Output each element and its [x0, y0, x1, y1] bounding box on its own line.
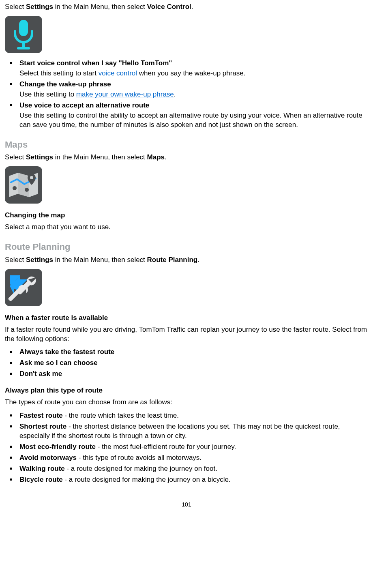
type-name: Fastest route	[19, 412, 63, 419]
route-intro: Select Settings in the Main Menu, then s…	[5, 255, 368, 265]
route-types: Fastest route - the route which takes th…	[5, 411, 368, 485]
text: in the Main Menu, then select	[53, 153, 147, 161]
route-planning-icon	[5, 269, 42, 306]
maps-heading: Maps	[5, 139, 368, 151]
option-title: Start voice control when I say "Hello To…	[19, 59, 172, 67]
svg-point-6	[25, 188, 29, 192]
option-label: Don't ask me	[19, 370, 62, 378]
type-desc: - this type of route avoids all motorway…	[77, 454, 202, 461]
list-item: Ask me so I can choose	[19, 358, 368, 368]
option-body: Select this setting to start voice contr…	[19, 69, 368, 78]
text: when you say the wake-up phrase.	[137, 69, 245, 77]
text: Select	[5, 256, 26, 264]
type-desc: - a route designed for making the journe…	[63, 476, 231, 483]
svg-point-7	[30, 176, 33, 179]
arrow-wrench-icon	[6, 270, 41, 305]
option-body: Use this setting to control the ability …	[19, 111, 368, 130]
faster-route-options: Always take the fastest route Ask me so …	[5, 348, 368, 379]
type-desc: - the route which takes the least time.	[63, 412, 179, 419]
text: Use this setting to	[19, 90, 76, 98]
voice-control-options: Start voice control when I say "Hello To…	[5, 59, 368, 130]
maps-icon	[5, 166, 42, 204]
maps-label: Maps	[147, 153, 165, 161]
folded-map-icon	[6, 170, 41, 200]
text: .	[165, 153, 167, 161]
svg-rect-0	[19, 20, 28, 36]
route-type-body: The types of route you can choose from a…	[5, 398, 368, 407]
wakeup-phrase-link[interactable]: make your own wake-up phrase	[76, 90, 174, 98]
text: Select	[5, 153, 26, 161]
option-body: Use this setting to make your own wake-u…	[19, 90, 368, 99]
list-item: Don't ask me	[19, 369, 368, 379]
voice-control-icon	[5, 16, 42, 53]
type-name: Avoid motorways	[19, 454, 77, 461]
type-name: Bicycle route	[19, 476, 63, 483]
text: .	[197, 256, 199, 264]
svg-marker-4	[18, 173, 29, 197]
text: .	[174, 90, 176, 98]
option-label: Always take the fastest route	[19, 348, 114, 356]
text: Select this setting to start	[19, 69, 99, 77]
type-name: Shortest route	[19, 423, 66, 430]
faster-route-body: If a faster route found while you are dr…	[5, 325, 368, 344]
type-name: Walking route	[19, 465, 65, 472]
list-item: Bicycle route - a route designed for mak…	[19, 475, 368, 485]
voice-control-label: Voice Control	[147, 3, 191, 11]
settings-label: Settings	[26, 153, 53, 161]
list-item: Use voice to accept an alternative route…	[19, 101, 368, 130]
voice-control-intro: Select Settings in the Main Menu, then s…	[5, 2, 368, 12]
option-title: Change the wake-up phrase	[19, 80, 111, 88]
type-desc: - a route designed for making the journe…	[65, 465, 217, 472]
settings-label: Settings	[26, 3, 53, 11]
option-label: Ask me so I can choose	[19, 359, 98, 367]
list-item: Walking route - a route designed for mak…	[19, 464, 368, 474]
list-item: Shortest route - the shortest distance b…	[19, 422, 368, 441]
changing-map-subheading: Changing the map	[5, 211, 368, 220]
list-item: Always take the fastest route	[19, 348, 368, 357]
list-item: Fastest route - the route which takes th…	[19, 411, 368, 421]
svg-point-5	[13, 186, 17, 190]
changing-map-body: Select a map that you want to use.	[5, 223, 368, 232]
route-planning-label: Route Planning	[147, 256, 198, 264]
text: .	[191, 3, 193, 11]
type-desc: - the most fuel-efficient route for your…	[96, 443, 236, 451]
text: in the Main Menu, then select	[53, 256, 147, 264]
maps-intro: Select Settings in the Main Menu, then s…	[5, 153, 368, 162]
route-planning-heading: Route Planning	[5, 241, 368, 253]
list-item: Change the wake-up phrase Use this setti…	[19, 80, 368, 99]
faster-route-subheading: When a faster route is available	[5, 313, 368, 323]
type-name: Most eco-friendly route	[19, 443, 96, 451]
settings-label: Settings	[26, 256, 53, 264]
text: in the Main Menu, then select	[53, 3, 147, 11]
microphone-icon	[9, 19, 38, 50]
type-desc: - the shortest distance between the loca…	[19, 423, 340, 440]
voice-control-link[interactable]: voice control	[99, 69, 137, 77]
list-item: Avoid motorways - this type of route avo…	[19, 453, 368, 463]
text: Select	[5, 3, 26, 11]
list-item: Most eco-friendly route - the most fuel-…	[19, 442, 368, 452]
page-number: 101	[5, 501, 368, 509]
list-item: Start voice control when I say "Hello To…	[19, 59, 368, 78]
route-type-subheading: Always plan this type of route	[5, 386, 368, 395]
option-title: Use voice to accept an alternative route	[19, 101, 149, 109]
